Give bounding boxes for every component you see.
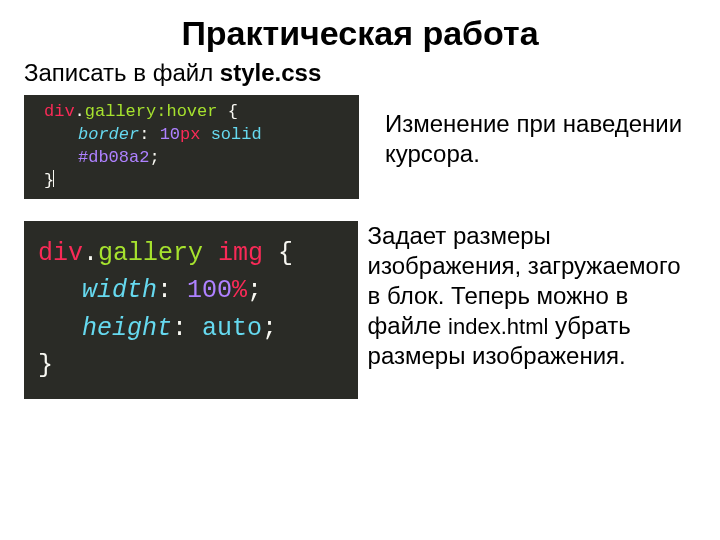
code-line: div.gallery img { [38, 235, 348, 273]
semicolon: ; [247, 276, 262, 305]
selector-tag: div [44, 102, 75, 121]
prop-width: width [82, 276, 157, 305]
selector-class: gallery [85, 102, 156, 121]
dot: . [75, 102, 85, 121]
explanation-hover: Изменение при наведении курсора. [385, 109, 695, 169]
border-color: #db08a2 [78, 148, 149, 167]
row-1: div.gallery:hover { border: 10px solid #… [24, 95, 696, 199]
slide: Практическая работа Записать в файл styl… [0, 0, 720, 445]
colon: : [157, 276, 187, 305]
subtitle-text: Записать в файл [24, 59, 220, 86]
brace-close: } [38, 351, 53, 380]
explain-filename: index.html [448, 314, 548, 339]
brace-open: { [263, 239, 293, 268]
code-line: } [38, 347, 348, 385]
text-cursor-icon [53, 170, 54, 187]
code-snippet-hover: div.gallery:hover { border: 10px solid #… [24, 95, 359, 199]
border-style: solid [200, 125, 261, 144]
border-unit: px [180, 125, 200, 144]
code-line: } [44, 170, 349, 193]
code-snippet-img: div.gallery img { width: 100%; height: a… [24, 221, 358, 399]
brace-open: { [217, 102, 237, 121]
width-unit: % [232, 276, 247, 305]
semicolon: ; [149, 148, 159, 167]
colon: : [172, 314, 202, 343]
selector-tag: div [38, 239, 83, 268]
code-line: width: 100%; [38, 272, 348, 310]
dot: . [83, 239, 98, 268]
subtitle: Записать в файл style.css [24, 59, 696, 87]
subtitle-filename: style.css [220, 59, 321, 86]
code-line: border: 10px solid #db08a2; [44, 124, 349, 170]
selector-pseudo: :hover [156, 102, 217, 121]
row-2: div.gallery img { width: 100%; height: a… [24, 221, 696, 399]
colon: : [139, 125, 159, 144]
page-title: Практическая работа [24, 14, 696, 53]
code-line: height: auto; [38, 310, 348, 348]
prop-height: height [82, 314, 172, 343]
semicolon: ; [262, 314, 277, 343]
selector-child: img [203, 239, 263, 268]
prop-border: border [78, 125, 139, 144]
width-value: 100 [187, 276, 232, 305]
height-value: auto [202, 314, 262, 343]
border-size: 10 [160, 125, 180, 144]
code-line: div.gallery:hover { [44, 101, 349, 124]
selector-class: gallery [98, 239, 203, 268]
explanation-img: Задает размеры изображения, загружаемого… [368, 221, 696, 371]
